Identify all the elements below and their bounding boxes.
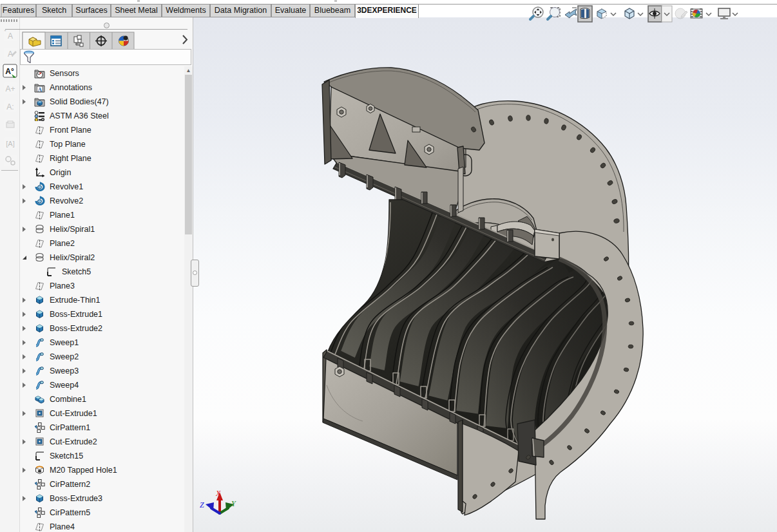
svg-text:A+: A+ xyxy=(5,84,15,93)
svg-text:A: A xyxy=(8,32,13,41)
svg-text:[A]: [A] xyxy=(6,140,14,147)
svg-text:X: X xyxy=(215,489,221,498)
svg-text:A°: A° xyxy=(5,67,14,76)
svg-text:A:: A: xyxy=(6,102,14,111)
svg-text:Y: Y xyxy=(231,499,236,508)
svg-text:Z: Z xyxy=(200,500,204,509)
svg-text:A: A xyxy=(8,50,13,59)
